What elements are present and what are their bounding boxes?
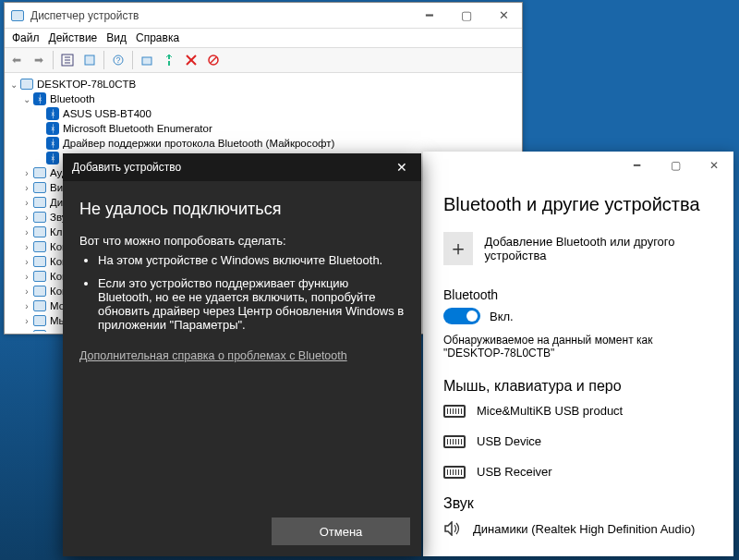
toolbar-button-disable[interactable] — [203, 50, 224, 70]
toolbar-button-scan[interactable] — [137, 50, 157, 70]
twisty-icon[interactable]: › — [21, 257, 32, 267]
category-icon — [32, 210, 47, 225]
add-device-label: Добавление Bluetooth или другого устройс… — [484, 235, 715, 262]
tree-bluetooth-device[interactable]: ᚼASUS USB-BT400 — [8, 106, 518, 121]
twisty-icon[interactable]: › — [21, 242, 32, 252]
device-label: USB Receiver — [477, 465, 552, 479]
twisty-icon[interactable]: › — [21, 301, 32, 311]
category-icon — [32, 328, 47, 332]
bluetooth-icon: ᚼ — [32, 91, 47, 106]
device-row[interactable]: USB Receiver — [443, 465, 715, 479]
sound-device-label: Динамики (Realtek High Definition Audio) — [473, 522, 695, 536]
device-manager-titlebar[interactable]: Диспетчер устройств ━ ▢ ✕ — [5, 3, 522, 29]
category-icon — [32, 195, 47, 210]
close-button[interactable]: ✕ — [695, 152, 733, 179]
tree-root[interactable]: ⌄ DESKTOP-78L0CTB — [8, 77, 518, 91]
root-label: DESKTOP-78L0CTB — [37, 79, 136, 90]
toolbar-button-2[interactable] — [79, 50, 100, 70]
category-icon — [32, 225, 47, 239]
category-icon — [32, 180, 47, 195]
add-device-heading: Не удалось подключиться — [79, 200, 405, 219]
twisty-icon[interactable]: › — [21, 316, 32, 326]
twisty-icon[interactable]: › — [21, 286, 32, 297]
troubleshoot-item: На этом устройстве с Windows включите Bl… — [98, 253, 405, 267]
tree-bluetooth-device[interactable]: ᚼMicrosoft Bluetooth Enumerator — [8, 121, 518, 136]
twisty-icon[interactable]: › — [21, 198, 32, 208]
menu-file[interactable]: Файл — [12, 31, 40, 44]
add-device-dialog: Добавить устройство ✕ Не удалось подключ… — [63, 153, 421, 556]
menu-view[interactable]: Вид — [106, 31, 127, 44]
plus-icon: ＋ — [443, 232, 473, 265]
twisty-icon[interactable]: › — [21, 272, 32, 282]
toolbar-button-uninstall[interactable] — [181, 50, 201, 70]
troubleshoot-item: Если это устройство поддерживает функцию… — [98, 276, 405, 332]
category-icon — [32, 239, 47, 254]
category-icon — [32, 298, 47, 313]
bluetooth-toggle[interactable] — [443, 308, 480, 324]
sound-section: Звук — [443, 495, 715, 512]
device-label: Драйвер поддержки протокола Bluetooth (М… — [63, 138, 334, 149]
category-icon — [32, 269, 47, 284]
add-device-button[interactable]: ＋ Добавление Bluetooth или другого устро… — [443, 232, 715, 265]
menu-action[interactable]: Действие — [49, 31, 98, 44]
bluetooth-icon: ᚼ — [45, 106, 60, 121]
toolbar-button-update[interactable] — [159, 50, 179, 70]
device-row[interactable]: USB Device — [443, 434, 715, 448]
twisty-icon[interactable]: › — [21, 168, 32, 178]
discoverable-text: Обнаруживаемое на данный момент как "DES… — [443, 334, 715, 359]
maximize-button[interactable]: ▢ — [656, 152, 695, 179]
twisty-icon[interactable]: ⌄ — [21, 94, 32, 104]
bluetooth-help-link[interactable]: Дополнительная справка о проблемах с Blu… — [79, 349, 347, 362]
category-icon — [32, 254, 47, 269]
computer-icon — [19, 77, 34, 91]
add-device-subheading: Вот что можно попробовать сделать: — [79, 234, 405, 248]
settings-window: ━ ▢ ✕ Bluetooth и другие устройства ＋ До… — [423, 152, 733, 556]
toggle-state-label: Вкл. — [490, 310, 514, 323]
bluetooth-icon: ᚼ — [45, 151, 60, 165]
twisty-icon[interactable]: › — [21, 331, 32, 333]
bluetooth-icon: ᚼ — [45, 121, 60, 136]
minimize-button[interactable]: ━ — [411, 3, 448, 29]
add-device-titlebar[interactable]: Добавить устройство ✕ — [63, 153, 421, 181]
bluetooth-icon: ᚼ — [45, 136, 60, 151]
svg-line-11 — [211, 57, 216, 63]
forward-button[interactable] — [29, 50, 49, 70]
svg-rect-4 — [85, 55, 94, 65]
twisty-icon[interactable]: › — [21, 227, 32, 237]
bluetooth-label: Bluetooth — [50, 93, 95, 104]
keyboard-icon — [443, 435, 466, 448]
tree-bluetooth[interactable]: ⌄ ᚼ Bluetooth — [8, 91, 518, 106]
twisty-icon[interactable]: › — [21, 213, 32, 223]
device-label: Microsoft Bluetooth Enumerator — [63, 123, 212, 134]
back-button[interactable] — [6, 50, 27, 70]
toolbar-button-help[interactable]: ? — [108, 50, 128, 70]
device-label: Mice&MultiKB USB product — [477, 404, 623, 418]
settings-titlebar[interactable]: ━ ▢ ✕ — [423, 152, 733, 179]
device-manager-icon — [10, 8, 25, 23]
keyboard-icon — [443, 405, 466, 418]
menu-help[interactable]: Справка — [136, 31, 179, 44]
sound-device-row[interactable]: Динамики (Realtek High Definition Audio) — [443, 521, 715, 536]
svg-text:?: ? — [115, 55, 120, 65]
maximize-button[interactable]: ▢ — [448, 3, 485, 29]
mouse-kb-section: Мышь, клавиатура и перо — [443, 378, 715, 395]
cancel-button[interactable]: Отмена — [272, 517, 410, 545]
device-label: USB Device — [477, 434, 541, 448]
troubleshoot-list: На этом устройстве с Windows включите Bl… — [79, 253, 405, 332]
svg-rect-7 — [142, 57, 151, 65]
twisty-icon[interactable]: › — [21, 183, 32, 193]
twisty-icon[interactable]: ⌄ — [8, 79, 19, 90]
device-manager-menubar: Файл Действие Вид Справка — [5, 29, 522, 47]
add-device-title: Добавить устройство — [72, 161, 181, 174]
close-button[interactable]: ✕ — [382, 153, 421, 181]
device-manager-title: Диспетчер устройств — [30, 9, 411, 22]
close-button[interactable]: ✕ — [485, 3, 522, 29]
device-row[interactable]: Mice&MultiKB USB product — [443, 404, 715, 418]
device-manager-toolbar: ? — [5, 47, 522, 73]
tree-bluetooth-device[interactable]: ᚼДрайвер поддержки протокола Bluetooth (… — [8, 136, 518, 151]
bluetooth-section-label: Bluetooth — [443, 287, 715, 302]
category-icon — [32, 313, 47, 328]
minimize-button[interactable]: ━ — [617, 152, 656, 179]
toolbar-button-1[interactable] — [57, 50, 78, 70]
settings-heading: Bluetooth и другие устройства — [443, 194, 715, 215]
